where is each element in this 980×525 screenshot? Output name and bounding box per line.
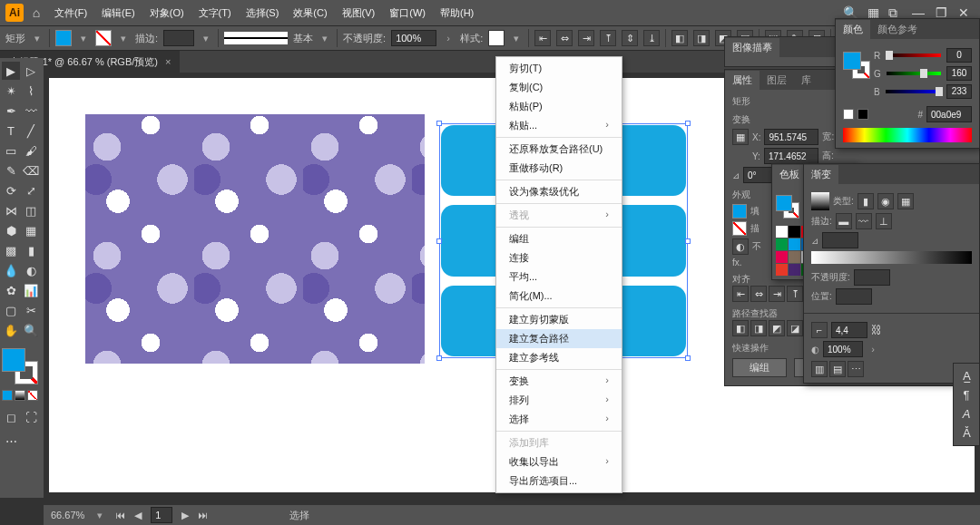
stroke-style-drop-icon[interactable]: ▾ (318, 33, 331, 44)
link-corners-icon[interactable]: ⛓ (871, 324, 882, 336)
screen-mode-icon[interactable]: ◻ (2, 408, 20, 426)
gradient-ramp[interactable] (811, 251, 972, 264)
align-top-icon[interactable]: ⤒ (600, 30, 616, 46)
app-logo[interactable]: Ai (5, 4, 24, 22)
ctx-item[interactable]: 建立参考线 (496, 348, 622, 367)
symbol-sprayer-tool-icon[interactable]: ✿ (2, 281, 20, 299)
y-input[interactable] (764, 148, 818, 164)
panel-tab-layers[interactable]: 图层 (760, 71, 794, 90)
gradient-tab[interactable]: 渐变 (804, 165, 838, 184)
grad-freeform-icon[interactable]: ▦ (897, 193, 914, 209)
shape-mode-unite-icon[interactable]: ◧ (671, 30, 688, 46)
ctx-item[interactable]: 变换 (496, 372, 622, 391)
eraser-tool-icon[interactable]: ⌫ (22, 161, 40, 180)
fill-stroke-control[interactable] (2, 348, 38, 384)
group-button[interactable]: 编组 (732, 358, 787, 377)
perspective-tool-icon[interactable]: ▦ (22, 221, 40, 239)
stroke-swatch[interactable] (95, 30, 112, 46)
prop-stroke-swatch[interactable] (732, 221, 747, 236)
mesh-tool-icon[interactable]: ▩ (2, 241, 20, 259)
swatch-fill-box[interactable] (776, 195, 792, 211)
gradient-tool-icon[interactable]: ▮ (22, 241, 40, 259)
ctx-item[interactable]: 建立复合路径 (496, 329, 622, 348)
edit-toolbar-icon[interactable]: ⋯ (2, 432, 20, 450)
r-value[interactable]: 0 (946, 48, 972, 63)
prop-fill-swatch[interactable] (732, 204, 747, 219)
align-left-icon[interactable]: ⇤ (534, 30, 551, 46)
ctx-item[interactable]: 简化(M)... (496, 287, 622, 306)
prop-align-right-icon[interactable]: ⇥ (769, 286, 785, 302)
pf-intersect-icon[interactable]: ◩ (769, 320, 785, 336)
align-hcenter-icon[interactable]: ⇔ (556, 30, 573, 46)
hex-input[interactable] (926, 106, 972, 122)
r-slider[interactable] (886, 53, 941, 57)
extra-opacity-input[interactable] (823, 341, 863, 357)
width-tool-icon[interactable]: ⋈ (2, 201, 20, 219)
menu-help[interactable]: 帮助(H) (435, 3, 479, 24)
swatch-cell[interactable] (776, 264, 788, 276)
char-panel-icon[interactable]: A̲ (963, 369, 971, 383)
graphic-style-swatch[interactable] (488, 30, 505, 46)
zoom-tool-icon[interactable]: 🔍 (22, 321, 40, 339)
ctx-item[interactable]: 粘贴(P) (496, 97, 622, 116)
black-swatch-icon[interactable] (858, 109, 868, 120)
ctx-item[interactable]: 粘贴... (496, 116, 622, 135)
line-tool-icon[interactable]: ╱ (22, 122, 40, 140)
brush-tool-icon[interactable]: 🖌 (22, 141, 40, 160)
grad-radial-icon[interactable]: ◉ (877, 193, 894, 209)
nav-last-icon[interactable]: ⏭ (198, 510, 208, 520)
align-vcenter-icon[interactable]: ⇕ (622, 30, 638, 46)
grad-angle-input[interactable] (822, 232, 858, 248)
stroke-drop-icon[interactable]: ▾ (117, 33, 130, 44)
shape-mode-minus-icon[interactable]: ◨ (693, 30, 710, 46)
swatches-tab[interactable]: 色板 (772, 165, 807, 184)
graph-tool-icon[interactable]: 📊 (22, 281, 40, 299)
grad-position-input[interactable] (836, 288, 872, 305)
x-input[interactable] (764, 129, 818, 145)
eyedropper-tool-icon[interactable]: 💧 (2, 261, 20, 279)
panel-tab-libraries[interactable]: 库 (794, 71, 818, 90)
pf-unite-icon[interactable]: ◧ (732, 320, 749, 336)
fill-drop-icon[interactable]: ▾ (77, 33, 90, 44)
g-value[interactable]: 160 (946, 66, 972, 81)
shape-builder-tool-icon[interactable]: ⬢ (2, 221, 20, 239)
swatch-cell[interactable] (776, 238, 788, 250)
grad-linear-icon[interactable]: ▮ (858, 193, 874, 209)
ctx-item[interactable]: 设为像素级优化 (496, 182, 622, 201)
swatch-cell[interactable] (776, 226, 788, 238)
menu-view[interactable]: 视图(V) (337, 3, 381, 24)
extra-opacity-drop-icon[interactable]: › (867, 344, 879, 355)
style-drop-icon[interactable]: ▾ (510, 33, 523, 44)
swatch-cell[interactable] (789, 226, 800, 238)
hand-tool-icon[interactable]: ✋ (2, 321, 20, 339)
nav-next-icon[interactable]: ▶ (181, 510, 189, 521)
grad-stroke-across-icon[interactable]: ⊥ (876, 213, 892, 229)
menu-edit[interactable]: 编辑(E) (96, 3, 141, 24)
type-tool-icon[interactable]: T (2, 122, 20, 140)
white-swatch-icon[interactable] (843, 109, 854, 120)
b-value[interactable]: 233 (946, 84, 972, 99)
artboard-number-input[interactable] (151, 507, 172, 523)
swatch-cell[interactable] (789, 264, 800, 276)
menu-select[interactable]: 选择(S) (240, 3, 285, 24)
g-slider[interactable] (887, 72, 941, 75)
curvature-tool-icon[interactable]: 〰 (22, 102, 40, 120)
change-screen-icon[interactable]: ⛶ (22, 408, 40, 426)
rotate-tool-icon[interactable]: ⟳ (2, 181, 20, 199)
lasso-tool-icon[interactable]: ⌇ (22, 82, 40, 100)
prop-align-left-icon[interactable]: ⇤ (732, 286, 749, 302)
pf-minus-icon[interactable]: ◨ (750, 320, 767, 336)
panel-tab-properties[interactable]: 属性 (725, 71, 760, 90)
shape-dropdown-icon[interactable]: ▾ (31, 33, 44, 44)
color-spectrum[interactable] (843, 128, 972, 142)
opacity-drop-icon[interactable]: › (442, 33, 455, 44)
tab-close-icon[interactable]: × (165, 56, 171, 67)
menu-file[interactable]: 文件(F) (49, 3, 93, 24)
stroke-weight-input[interactable] (163, 30, 194, 46)
pf-exclude-icon[interactable]: ◪ (787, 320, 803, 336)
ctx-item[interactable]: 重做移动(R) (496, 159, 622, 178)
direct-selection-tool-icon[interactable]: ▷ (22, 62, 40, 80)
extra-distribute-icon[interactable]: ▤ (829, 361, 846, 377)
extra-align-icon[interactable]: ▥ (811, 361, 828, 377)
align-bottom-icon[interactable]: ⤓ (643, 30, 660, 46)
